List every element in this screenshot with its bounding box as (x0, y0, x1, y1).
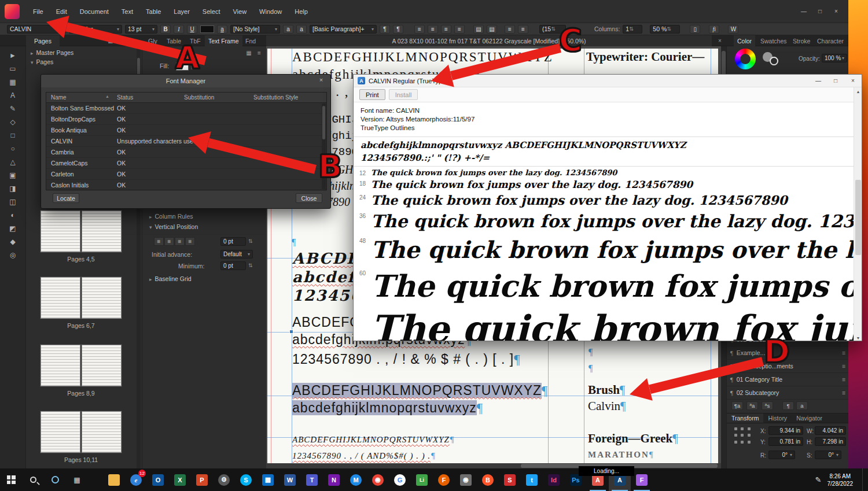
glyph-button[interactable]: a (296, 25, 307, 34)
taskbar-app-store[interactable]: ▦ (257, 468, 279, 491)
taskbar-app-google[interactable]: G (389, 468, 411, 491)
x-field[interactable]: 9.344 in (768, 426, 803, 435)
tab-find[interactable]: Fnd (242, 35, 259, 46)
menu-select[interactable]: Select (196, 0, 227, 23)
detach-style-button[interactable]: ¶ (782, 401, 794, 410)
valign-top-button[interactable]: ≡ (154, 237, 164, 246)
tab-stroke[interactable]: Stroke (789, 35, 814, 46)
rectangle-tool[interactable]: □ (5, 130, 20, 141)
transparency-tool[interactable]: ◩ (5, 223, 20, 234)
columns-field[interactable]: 1⇅ (623, 25, 642, 34)
w-field[interactable]: 4.042 in (815, 426, 846, 435)
grid-view-icon[interactable]: ▦ (244, 49, 253, 57)
zoom-field[interactable]: 50 %⇅ (650, 25, 680, 34)
tab-transform[interactable]: Transform (727, 414, 763, 423)
panel-menu-icon[interactable]: ≡ (131, 36, 140, 45)
tab-glyphs[interactable]: Gly (145, 35, 161, 46)
grid-view-icon[interactable]: ▦ (106, 36, 115, 45)
image-tool[interactable]: ◨ (5, 183, 20, 194)
font-row[interactable]: Bolton Sans EmbossedOK (46, 103, 326, 114)
font-name-select[interactable]: CALVIN▾ (7, 25, 66, 34)
node-tool[interactable]: ◇ (5, 116, 20, 128)
page-thumbnail[interactable]: Pages 8,9 (40, 344, 122, 397)
numbering-button[interactable]: ≡ (518, 25, 528, 34)
spinner-icon[interactable]: ⇅ (248, 263, 253, 268)
menu-table[interactable]: Table (139, 0, 167, 23)
preview-titlebar[interactable]: A CALVIN Regular (TrueType) — □ × (354, 75, 862, 87)
outdent-button[interactable]: ▤ (487, 25, 497, 34)
search-button[interactable] (22, 468, 44, 491)
tab-swatches[interactable]: Swatches (757, 35, 790, 46)
list-view-icon[interactable]: ▤ (117, 36, 127, 45)
text-style-row[interactable]: ¶01 Category Title≡ (727, 373, 848, 386)
font-row[interactable]: CambriaOK (46, 147, 326, 158)
minimum-field[interactable]: 0 pt (220, 261, 246, 270)
minimize-button[interactable]: — (810, 75, 827, 87)
taskbar-clock[interactable]: 8:26 AM 7/28/2022 (827, 472, 857, 488)
r-field[interactable]: 0°▾ (768, 451, 795, 459)
valign-justify-button[interactable]: ≡ (185, 237, 195, 246)
h-field[interactable]: 7.298 in (815, 437, 846, 446)
taskbar-app-camera[interactable]: ◉ (455, 468, 477, 491)
menu-layer[interactable]: Layer (167, 0, 196, 23)
maximize-button[interactable]: □ (814, 6, 826, 17)
taskbar-app-word[interactable]: W (279, 468, 301, 491)
zoom-tool[interactable]: ◎ (5, 249, 20, 261)
vertical-spacing-field[interactable]: 0 pt (220, 237, 246, 246)
shape-tool[interactable]: △ (5, 156, 20, 168)
pen-icon[interactable]: ✎ (815, 475, 822, 484)
taskbar-app-mail[interactable]: Li (411, 468, 433, 491)
locate-button[interactable]: Locate (53, 193, 79, 203)
font-size-select[interactable]: 13 pt▾ (125, 25, 157, 34)
start-button[interactable] (0, 468, 22, 491)
taskbar-app-skype[interactable]: S (235, 468, 257, 491)
cortana-button[interactable] (44, 468, 66, 491)
taskbar-app-powerpoint[interactable]: P (191, 468, 213, 491)
menu-edit[interactable]: Edit (50, 0, 73, 23)
menu-window[interactable]: Window (253, 0, 288, 23)
tab-color[interactable]: Color (734, 35, 755, 46)
show-marks-button[interactable]: ¶ (380, 25, 390, 34)
taskbar-app-brave[interactable]: B (477, 468, 499, 491)
valign-bottom-button[interactable]: ≡ (175, 237, 185, 246)
new-paragraph-style-button[interactable]: ¶a (731, 401, 743, 410)
column-rules-section[interactable]: ▸Column Rules (149, 213, 193, 220)
ellipse-tool[interactable]: ○ (5, 143, 20, 154)
menu-help[interactable]: Help (288, 0, 314, 23)
taskbar-app-teams[interactable]: T (301, 468, 323, 491)
pen-tool[interactable]: ✎ (5, 103, 20, 115)
valign-center-button[interactable]: ≡ (164, 237, 174, 246)
selected-text-line[interactable]: ABCDEFGHIJKLMNOPQRSTUVWXYZ¶ (292, 383, 549, 398)
vertical-position-section[interactable]: ▾Vertical Position (149, 223, 198, 230)
maximize-button[interactable]: □ (827, 75, 844, 87)
menu-text[interactable]: Text (115, 0, 139, 23)
align-right-button[interactable]: ≡ (441, 25, 451, 34)
tab-text-frame[interactable]: Text Frame (205, 35, 242, 46)
typography-button[interactable]: a (283, 25, 293, 34)
taskbar-app-onenote[interactable]: N (323, 468, 345, 491)
taskbar-app-twitter[interactable]: t (521, 468, 543, 491)
tab-tbf[interactable]: TbF (186, 35, 204, 46)
anchor-point-selector[interactable] (733, 426, 752, 445)
print-button[interactable]: Print (359, 89, 385, 100)
text-style-row[interactable]: ¶02 Subcategory≡ (727, 386, 848, 400)
minimize-button[interactable]: — (797, 6, 810, 17)
font-manager-titlebar[interactable]: Font Manager× (41, 75, 330, 87)
tab-history[interactable]: History (763, 414, 792, 423)
align-left-button[interactable]: ≡ (414, 25, 425, 34)
text-style-row[interactable]: ¶004 Exceptio...ments≡ (727, 360, 848, 373)
table-tool[interactable]: ▦ (5, 76, 20, 88)
tab-character[interactable]: Character (814, 35, 847, 46)
underline-button[interactable]: U (187, 25, 197, 34)
new-group-style-button[interactable]: ªs (762, 401, 773, 410)
stroke-color-circle[interactable] (770, 57, 778, 65)
page-thumbnail[interactable]: Pages 10,11 (40, 411, 122, 463)
taskbar-app-outlook[interactable]: O (147, 468, 169, 491)
font-row-calvin[interactable]: CALVINUnsupported characters use (46, 136, 326, 147)
taskbar-app-snagit[interactable]: S (499, 468, 521, 491)
leading-field[interactable]: (15⇅ (539, 25, 566, 34)
taskbar-app-firefox[interactable]: F (433, 468, 455, 491)
page-thumbnail[interactable]: Pages 4,5 (40, 210, 122, 263)
fill-color-swatch[interactable] (176, 62, 189, 71)
baseline-grid-section[interactable]: ▸Baseline Grid (149, 275, 192, 282)
